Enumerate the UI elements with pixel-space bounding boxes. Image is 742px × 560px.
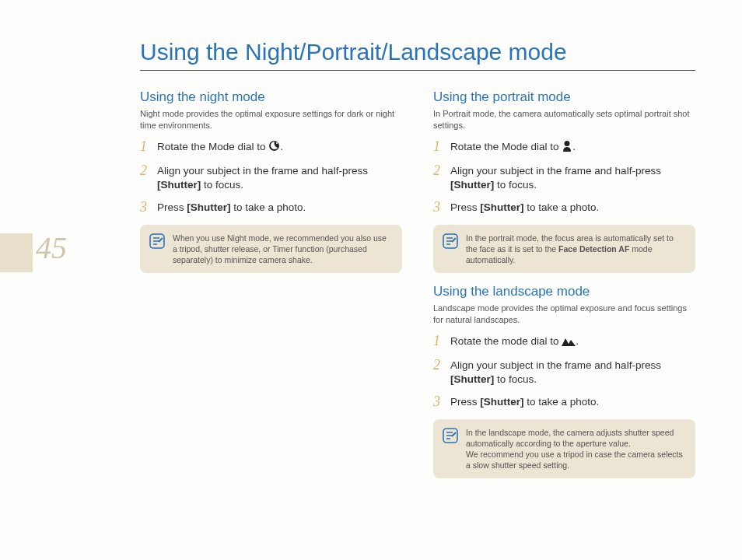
text: Press	[450, 396, 480, 408]
night-note: When you use Night mode, we recommended …	[140, 225, 402, 274]
portrait-step-1: 1 Rotate the Mode dial to .	[433, 139, 695, 156]
text: to focus.	[494, 373, 537, 385]
step-number: 2	[433, 358, 450, 372]
portrait-step-2: 2 Align your subject in the frame and ha…	[433, 163, 695, 192]
landscape-step-2: 2 Align your subject in the frame and ha…	[433, 358, 695, 387]
text: .	[572, 141, 576, 152]
text: Align your subject in the frame and half…	[450, 359, 661, 371]
night-step-2: 2 Align your subject in the frame and ha…	[140, 163, 402, 192]
step-number: 3	[140, 200, 157, 214]
text: Rotate the Mode dial to	[450, 141, 562, 152]
svg-point-3	[565, 141, 570, 146]
face-detection-af: Face Detection AF	[558, 244, 629, 254]
landscape-step-1: 1 Rotate the mode dial to .	[433, 334, 695, 350]
step-text: Rotate the Mode dial to .	[157, 139, 283, 156]
landscape-step-3: 3 Press [Shutter] to take a photo.	[433, 394, 695, 409]
landscape-heading: Using the landscape mode	[433, 284, 695, 299]
content-area: Using the Night/Portrait/Landscape mode …	[140, 39, 695, 483]
text: .	[280, 141, 283, 152]
text: Press	[157, 201, 187, 213]
page-number-tab	[0, 233, 33, 272]
night-step-3: 3 Press [Shutter] to take a photo.	[140, 200, 402, 215]
note-icon	[149, 233, 165, 252]
step-text: Press [Shutter] to take a photo.	[450, 394, 599, 409]
note-text: When you use Night mode, we recommended …	[173, 233, 393, 266]
page-title: Using the Night/Portrait/Landscape mode	[140, 39, 695, 71]
note-icon	[443, 428, 458, 446]
shutter-key: [Shutter]	[480, 396, 523, 408]
columns: Using the night mode Night mode provides…	[140, 89, 695, 483]
step-text: Press [Shutter] to take a photo.	[450, 200, 599, 215]
shutter-key: [Shutter]	[157, 179, 201, 191]
text: to take a photo.	[231, 201, 306, 213]
step-text: Press [Shutter] to take a photo.	[157, 200, 306, 215]
night-heading: Using the night mode	[140, 89, 402, 105]
right-column: Using the portrait mode In Portrait mode…	[433, 89, 695, 483]
text: to focus.	[494, 179, 537, 191]
portrait-heading: Using the portrait mode	[433, 89, 695, 105]
note-text: In the landscape mode, the camera adjust…	[466, 427, 686, 471]
text: Align your subject in the frame and half…	[450, 165, 661, 177]
text: to take a photo.	[524, 396, 600, 408]
left-column: Using the night mode Night mode provides…	[140, 89, 402, 483]
page-number: 45	[36, 229, 67, 266]
text: Rotate the mode dial to	[450, 335, 562, 347]
text: Align your subject in the frame and half…	[157, 165, 368, 177]
shutter-key: [Shutter]	[187, 201, 230, 213]
shutter-key: [Shutter]	[450, 179, 494, 191]
portrait-lead: In Portrait mode, the camera automatical…	[433, 108, 695, 131]
portrait-note: In the portrait mode, the focus area is …	[433, 225, 695, 274]
shutter-key: [Shutter]	[480, 201, 523, 213]
night-step-1: 1 Rotate the Mode dial to .	[140, 139, 402, 156]
step-number: 1	[433, 139, 450, 153]
svg-point-1	[276, 142, 278, 144]
manual-page: 45 Using the Night/Portrait/Landscape mo…	[0, 0, 742, 560]
shutter-key: [Shutter]	[450, 373, 494, 385]
note-icon	[443, 233, 458, 252]
text: .	[576, 335, 579, 347]
night-lead: Night mode provides the optimal exposure…	[140, 108, 402, 131]
night-mode-icon	[268, 140, 280, 156]
step-text: Align your subject in the frame and half…	[157, 163, 402, 192]
step-number: 2	[140, 163, 157, 177]
landscape-mode-icon	[562, 336, 576, 350]
text: to focus.	[201, 179, 243, 191]
step-number: 3	[433, 394, 450, 408]
landscape-note: In the landscape mode, the camera adjust…	[433, 419, 695, 479]
step-text: Align your subject in the frame and half…	[450, 163, 695, 192]
landscape-lead: Landscape mode provides the optimal expo…	[433, 303, 695, 326]
step-text: Rotate the Mode dial to .	[450, 139, 576, 156]
portrait-step-3: 3 Press [Shutter] to take a photo.	[433, 200, 695, 215]
step-number: 3	[433, 200, 450, 214]
step-number: 2	[433, 163, 450, 177]
text: to take a photo.	[524, 201, 600, 213]
portrait-steps: 1 Rotate the Mode dial to . 2 Align your…	[433, 139, 695, 215]
landscape-steps: 1 Rotate the mode dial to . 2 Align your…	[433, 334, 695, 410]
text: Press	[450, 201, 480, 213]
step-text: Rotate the mode dial to .	[450, 334, 579, 350]
portrait-mode-icon	[562, 140, 572, 156]
step-number: 1	[140, 139, 157, 153]
note-text: In the portrait mode, the focus area is …	[466, 233, 686, 266]
night-steps: 1 Rotate the Mode dial to . 2 Align your…	[140, 139, 402, 215]
step-text: Align your subject in the frame and half…	[450, 358, 695, 387]
step-number: 1	[433, 334, 450, 348]
text: Rotate the Mode dial to	[157, 141, 268, 152]
